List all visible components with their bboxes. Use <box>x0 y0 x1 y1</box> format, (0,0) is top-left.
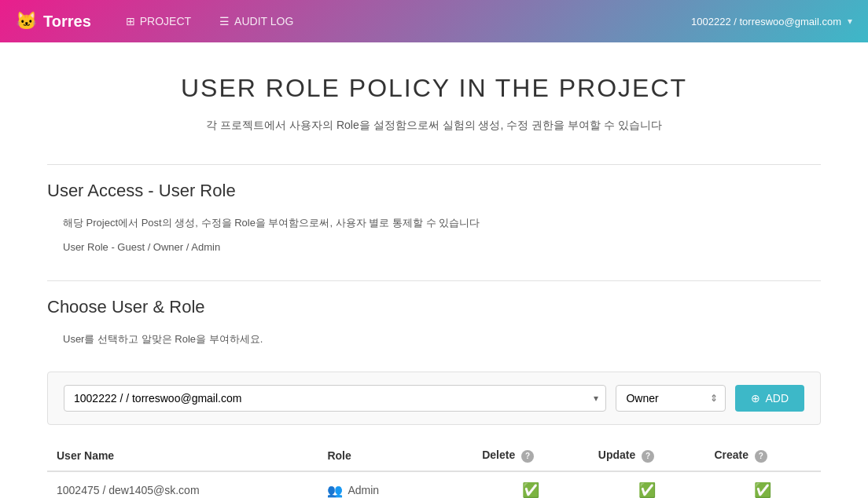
user-table: User Name Role Delete ? Update ? Create … <box>47 441 821 498</box>
project-icon: ⊞ <box>126 15 135 27</box>
user-info: 1002222 / torreswoo@gmail.com <box>691 16 841 27</box>
header-nav: ⊞ PROJECT ☰ AUDIT LOG <box>115 10 691 32</box>
audit-log-icon: ☰ <box>219 15 230 27</box>
col-header-username: User Name <box>47 441 318 471</box>
user-access-desc2: User Role - Guest / Owner / Admin <box>47 238 821 256</box>
choose-user-section: Choose User & Role User를 선택하고 알맞은 Role을 … <box>47 297 821 348</box>
row1-delete-check: ✅ <box>522 482 539 498</box>
admin-role-icon: 👥 <box>327 483 343 498</box>
row1-update-check: ✅ <box>638 482 656 498</box>
choose-user-instruction: User를 선택하고 알맞은 Role을 부여하세요. <box>47 330 821 348</box>
app-name: Torres <box>43 13 91 31</box>
row1-role-label: 👥 Admin <box>327 483 463 498</box>
create-help-icon[interactable]: ? <box>755 450 767 463</box>
row1-delete: ✅ <box>473 471 589 498</box>
row1-create-check: ✅ <box>754 482 771 498</box>
update-help-icon[interactable]: ? <box>642 450 654 463</box>
table-header: User Name Role Delete ? Update ? Create … <box>47 441 821 471</box>
col-header-role: Role <box>318 441 473 471</box>
row1-update: ✅ <box>589 471 705 498</box>
cat-icon: 🐱 <box>16 11 37 31</box>
col-header-create: Create ? <box>704 441 821 471</box>
app-header: 🐱 Torres ⊞ PROJECT ☰ AUDIT LOG 1002222 /… <box>0 0 868 42</box>
table-row: 1002475 / dew1405@sk.com 👥 Admin ✅ ✅ ✅ <box>47 471 821 498</box>
user-select[interactable]: 1002222 / / torreswoo@gmail.com <box>64 385 606 412</box>
nav-audit-log[interactable]: ☰ AUDIT LOG <box>208 10 304 32</box>
row1-role: 👥 Admin <box>318 471 473 498</box>
table-header-row: User Name Role Delete ? Update ? Create … <box>47 441 821 471</box>
col-header-delete: Delete ? <box>473 441 589 471</box>
user-access-section: User Access - User Role 해당 Project에서 Pos… <box>47 181 821 257</box>
add-icon: ⊕ <box>751 392 760 405</box>
header-user[interactable]: 1002222 / torreswoo@gmail.com ▾ <box>691 16 852 27</box>
page-subtitle: 각 프로젝트에서 사용자의 Role을 설정함으로써 실험의 생성, 수정 권한… <box>47 119 821 133</box>
row1-username: 1002475 / dew1405@sk.com <box>47 471 318 498</box>
nav-project-label: PROJECT <box>140 15 191 27</box>
page-title: USER ROLE POLICY IN THE PROJECT <box>47 74 821 103</box>
divider-2 <box>47 280 821 281</box>
chevron-down-icon: ▾ <box>848 16 852 27</box>
nav-project[interactable]: ⊞ PROJECT <box>115 10 202 32</box>
row1-create: ✅ <box>704 471 821 498</box>
col-header-update: Update ? <box>589 441 705 471</box>
choose-user-title: Choose User & Role <box>47 297 821 317</box>
role-select[interactable]: Owner Admin Guest <box>616 385 726 412</box>
app-logo[interactable]: 🐱 Torres <box>16 11 91 31</box>
table-body: 1002475 / dew1405@sk.com 👥 Admin ✅ ✅ ✅ <box>47 471 821 498</box>
nav-audit-log-label: AUDIT LOG <box>234 15 293 27</box>
delete-help-icon[interactable]: ? <box>521 450 534 463</box>
role-dropdown-wrapper: Owner Admin Guest ⇕ <box>616 385 726 412</box>
user-access-title: User Access - User Role <box>47 181 821 201</box>
add-button[interactable]: ⊕ ADD <box>735 385 804 412</box>
user-select-area: 1002222 / / torreswoo@gmail.com ▾ Owner … <box>47 372 821 425</box>
user-access-desc1: 해당 Project에서 Post의 생성, 수정을 Role을 부여함으로써,… <box>47 214 821 232</box>
main-content: USER ROLE POLICY IN THE PROJECT 각 프로젝트에서… <box>0 42 868 498</box>
divider-1 <box>47 164 821 165</box>
user-dropdown-wrapper: 1002222 / / torreswoo@gmail.com ▾ <box>64 385 606 412</box>
add-button-label: ADD <box>765 392 789 405</box>
